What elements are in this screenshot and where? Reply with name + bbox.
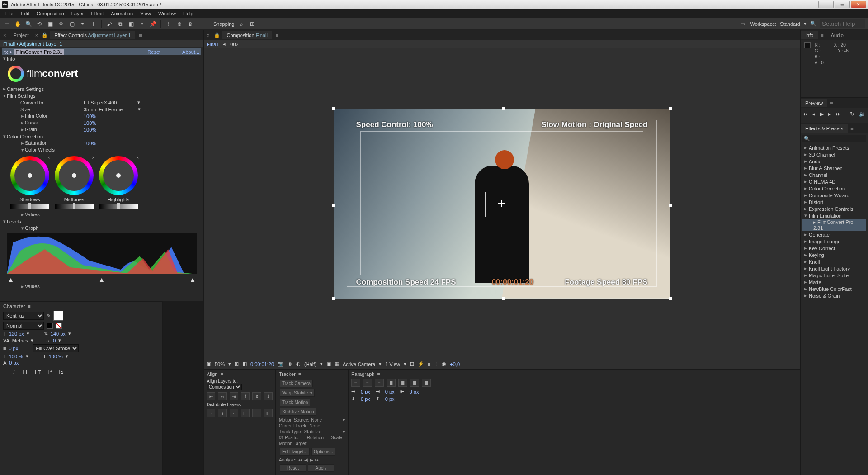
- camera-settings-section[interactable]: Camera Settings: [7, 86, 44, 92]
- reset-exposure-icon[interactable]: ◉: [442, 361, 446, 367]
- effects-category[interactable]: ▸Channel: [802, 171, 866, 178]
- effect-twirl-icon[interactable]: ▸: [10, 49, 13, 55]
- transparency-icon[interactable]: ▦: [335, 361, 339, 367]
- effects-category[interactable]: ▸Image Lounge: [802, 238, 866, 245]
- dropdown-chevron-icon[interactable]: ▾: [804, 21, 807, 27]
- twirl-icon[interactable]: ▾: [2, 218, 7, 224]
- menu-help[interactable]: Help: [179, 10, 197, 17]
- menu-effect[interactable]: Effect: [87, 10, 107, 17]
- stroke-width-value[interactable]: 0 px: [9, 346, 18, 351]
- edit-target-button[interactable]: Edit Target...: [280, 448, 310, 456]
- panel-menu-icon[interactable]: ≡: [135, 33, 145, 38]
- camera-dropdown[interactable]: Active Camera: [343, 361, 375, 367]
- panel-menu-icon[interactable]: ≡: [818, 33, 826, 38]
- effects-presets-list[interactable]: ▸Animation Presets▸3D Channel▸Audio▸Blur…: [801, 143, 868, 475]
- roi-icon[interactable]: ▣: [326, 361, 331, 367]
- align-right-button[interactable]: ⇥: [230, 392, 238, 400]
- search-help-input[interactable]: [820, 19, 865, 28]
- lock-icon[interactable]: 🔒: [212, 32, 222, 38]
- indent-left-value[interactable]: 0 px: [361, 389, 370, 394]
- align-bottom-button[interactable]: ⤓: [264, 392, 273, 400]
- grid-icon[interactable]: ⊞: [235, 361, 239, 367]
- transform-handle[interactable]: [669, 107, 672, 110]
- align-hcenter-button[interactable]: ⇔: [218, 392, 226, 400]
- axis-local-icon[interactable]: ⊹: [165, 20, 173, 28]
- puppet-tool[interactable]: 📌: [149, 20, 157, 28]
- transform-handle[interactable]: [332, 107, 335, 110]
- distribute-left-button[interactable]: ⊢: [241, 409, 250, 417]
- track-motion-button[interactable]: Track Motion: [280, 399, 310, 406]
- window-minimize-button[interactable]: —: [818, 1, 834, 8]
- curve-value[interactable]: 100%: [84, 120, 96, 126]
- effect-reset-link[interactable]: Reset: [147, 49, 160, 55]
- panel-menu-icon[interactable]: ≡: [377, 371, 380, 377]
- first-frame-button[interactable]: ⏮: [802, 111, 808, 117]
- composition-viewport[interactable]: Speed Control: 100% Slow Motion : Origin…: [204, 48, 800, 359]
- info-tab[interactable]: Info: [801, 31, 818, 39]
- panel-menu-icon[interactable]: ≡: [298, 371, 301, 377]
- shadows-luma-slider[interactable]: [10, 204, 49, 209]
- analyze-fwd-button[interactable]: ▶: [310, 457, 313, 462]
- italic-button[interactable]: T: [12, 368, 16, 375]
- play-button[interactable]: ▶: [820, 111, 824, 117]
- type-tool[interactable]: T: [90, 20, 98, 28]
- midtones-wheel[interactable]: ×Midtones: [55, 156, 94, 209]
- no-color-swatch[interactable]: [56, 323, 62, 329]
- camera-tool[interactable]: ▣: [46, 20, 54, 28]
- effects-category[interactable]: ▸Expression Controls: [802, 205, 866, 212]
- film-color-value[interactable]: 100%: [84, 114, 96, 119]
- menu-composition[interactable]: Composition: [33, 10, 68, 17]
- eyedropper-icon[interactable]: ✎: [47, 313, 51, 319]
- color-wheels-label[interactable]: ▾Color Wheels: [2, 147, 84, 153]
- values-section[interactable]: ▸Values: [2, 284, 84, 290]
- loop-button[interactable]: 🔉: [859, 111, 866, 117]
- align-vcenter-button[interactable]: ⇕: [252, 392, 261, 400]
- twirl-icon[interactable]: ▾: [2, 93, 7, 99]
- fast-previews-icon[interactable]: ⚡: [418, 361, 424, 367]
- pen-tool[interactable]: ✒: [79, 20, 87, 28]
- film-settings-section[interactable]: Film Settings: [7, 93, 36, 99]
- align-left-text-button[interactable]: ≡: [351, 379, 360, 387]
- indent-first-value[interactable]: 0 px: [385, 389, 395, 394]
- analyze-fwd-1-button[interactable]: ⏭: [315, 457, 320, 462]
- transform-handle[interactable]: [502, 107, 505, 110]
- window-maximize-button[interactable]: ▭: [835, 1, 850, 8]
- baseline-value[interactable]: 0 px: [9, 360, 19, 366]
- motion-source-dropdown[interactable]: None: [311, 418, 322, 423]
- hscale-value[interactable]: 100 %: [49, 354, 63, 359]
- always-preview-icon[interactable]: ▣: [207, 361, 211, 367]
- selection-tool[interactable]: ▭: [3, 20, 11, 28]
- close-panel-icon[interactable]: ×: [204, 33, 212, 38]
- audio-tab[interactable]: Audio: [826, 31, 848, 39]
- white-point-handle[interactable]: ▲: [189, 276, 196, 283]
- menu-window[interactable]: Window: [155, 10, 179, 17]
- menu-view[interactable]: View: [137, 10, 155, 17]
- distribute-right-button[interactable]: ⊩: [264, 409, 273, 417]
- size-dropdown[interactable]: 35mm Full Frame▾: [84, 106, 141, 112]
- midtones-luma-slider[interactable]: [55, 204, 94, 209]
- reset-wheel-icon[interactable]: ×: [92, 155, 94, 160]
- reset-wheel-icon[interactable]: ×: [136, 155, 139, 160]
- menu-edit[interactable]: Edit: [17, 10, 33, 17]
- mute-button[interactable]: ↻: [850, 111, 854, 117]
- distribute-vcenter-button[interactable]: ⫞: [218, 409, 226, 417]
- project-tab[interactable]: Project: [9, 31, 33, 39]
- font-size-value[interactable]: 120 px: [9, 331, 24, 337]
- panel-menu-icon[interactable]: ≡: [827, 100, 835, 106]
- space-after-value[interactable]: 0 px: [385, 396, 395, 402]
- transform-handle[interactable]: [669, 204, 672, 207]
- effects-category[interactable]: ▸CINEMA 4D: [802, 178, 866, 185]
- align-center-text-button[interactable]: ≡: [363, 379, 372, 387]
- effects-category[interactable]: ▸3D Channel: [802, 151, 866, 158]
- font-style-dropdown[interactable]: Normal: [3, 322, 44, 330]
- snapping-options[interactable]: ⊞: [248, 20, 256, 28]
- views-dropdown[interactable]: 1 View: [385, 361, 400, 367]
- twirl-icon[interactable]: ▸: [2, 86, 7, 92]
- comp-nav-prev[interactable]: 002: [230, 42, 238, 47]
- effects-category[interactable]: ▸Keying: [802, 252, 866, 258]
- align-to-dropdown[interactable]: Composition: [207, 384, 242, 390]
- distribute-top-button[interactable]: ⫠: [207, 409, 215, 417]
- effects-category[interactable]: ▸Animation Presets: [802, 144, 866, 151]
- track-type-dropdown[interactable]: Stabilize: [304, 429, 321, 434]
- composition-frame[interactable]: Speed Control: 100% Slow Motion : Origin…: [334, 109, 670, 299]
